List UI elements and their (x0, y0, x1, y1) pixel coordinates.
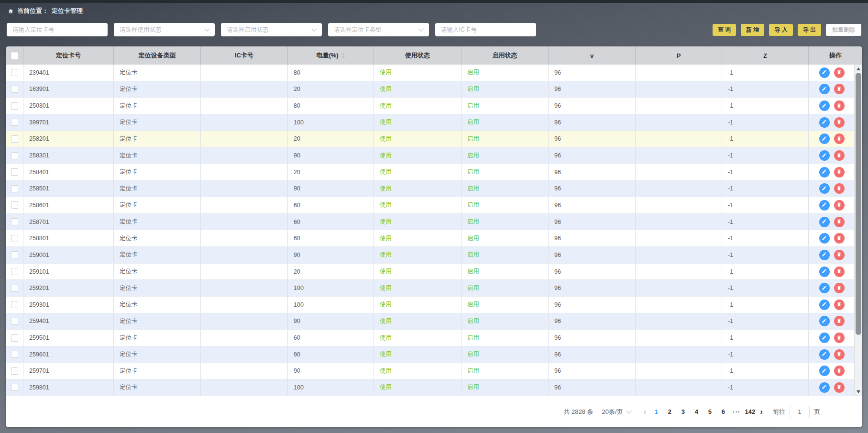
row-checkbox[interactable] (11, 351, 18, 358)
edit-button[interactable] (819, 84, 830, 94)
sort-asc-icon[interactable] (341, 53, 345, 55)
edit-button[interactable] (819, 300, 830, 310)
enable-status-select[interactable]: 请选择启用状态 (221, 23, 322, 36)
card-no-input[interactable] (7, 23, 108, 36)
delete-button[interactable] (834, 233, 845, 244)
row-checkbox[interactable] (11, 268, 18, 275)
row-checkbox[interactable] (11, 367, 18, 375)
card-type-select[interactable]: 请选择定位卡类型 (328, 23, 429, 36)
edit-button[interactable] (819, 167, 830, 178)
edit-button[interactable] (819, 150, 830, 161)
delete-button[interactable] (834, 133, 845, 144)
next-page-button[interactable]: › (760, 408, 763, 416)
table-row: 258801 定位卡 60 使用 启用 96 -1 (6, 230, 862, 247)
cell-ic-card (201, 180, 288, 197)
row-checkbox[interactable] (11, 201, 18, 209)
delete-button[interactable] (834, 366, 845, 376)
row-checkbox[interactable] (11, 69, 18, 76)
page-button-1[interactable]: 1 (650, 408, 662, 415)
edit-button[interactable] (819, 100, 830, 111)
row-checkbox[interactable] (11, 218, 18, 225)
edit-button[interactable] (819, 316, 830, 326)
page-button-3[interactable]: 3 (677, 408, 689, 415)
sort-desc-icon[interactable] (341, 56, 345, 58)
page-button-2[interactable]: 2 (664, 408, 675, 415)
edit-button[interactable] (819, 382, 830, 393)
cell-v: 96 (549, 131, 636, 147)
use-status-select[interactable]: 请选择使用状态 (114, 23, 215, 36)
edit-button[interactable] (819, 67, 830, 78)
edit-button[interactable] (819, 233, 830, 244)
page-button-6[interactable]: 6 (717, 408, 729, 415)
row-checkbox[interactable] (11, 86, 18, 93)
delete-button[interactable] (834, 217, 845, 227)
import-button[interactable]: 导 入 (769, 24, 792, 36)
edit-button[interactable] (819, 266, 830, 277)
page-ellipsis[interactable]: ··· (731, 408, 742, 415)
select-all-checkbox[interactable] (11, 52, 18, 59)
page-size-select[interactable]: 20条/页 (602, 408, 631, 416)
edit-button[interactable] (819, 333, 830, 343)
row-checkbox[interactable] (11, 334, 18, 342)
edit-button[interactable] (819, 250, 830, 260)
delete-button[interactable] (834, 150, 845, 161)
delete-button[interactable] (834, 200, 845, 211)
edit-button[interactable] (819, 366, 830, 376)
page-button-5[interactable]: 5 (704, 408, 715, 415)
delete-button[interactable] (834, 266, 845, 277)
edit-button[interactable] (819, 217, 830, 227)
cell-p (636, 280, 722, 296)
delete-button[interactable] (834, 300, 845, 310)
pencil-icon (822, 351, 827, 358)
delete-button[interactable] (834, 316, 845, 326)
delete-button[interactable] (834, 117, 845, 128)
cell-enable-status: 启用 (461, 313, 549, 330)
page-jump-input[interactable] (790, 406, 810, 418)
delete-button[interactable] (834, 84, 845, 94)
edit-button[interactable] (819, 183, 830, 194)
row-checkbox[interactable] (11, 384, 18, 391)
edit-button[interactable] (819, 133, 830, 144)
row-checkbox[interactable] (11, 135, 18, 143)
batch-delete-button[interactable]: 批量删除 (826, 24, 861, 36)
delete-button[interactable] (834, 67, 845, 78)
cell-z: -1 (722, 297, 809, 313)
row-checkbox[interactable] (11, 119, 18, 126)
cell-card-no: 259201 (23, 280, 114, 296)
row-checkbox[interactable] (11, 285, 18, 292)
delete-button[interactable] (834, 349, 845, 360)
delete-button[interactable] (834, 183, 845, 194)
row-checkbox[interactable] (11, 102, 18, 110)
delete-button[interactable] (834, 167, 845, 178)
row-checkbox[interactable] (11, 318, 18, 325)
row-checkbox[interactable] (11, 235, 18, 242)
table-row: 259301 定位卡 100 使用 启用 96 -1 (6, 297, 862, 313)
edit-button[interactable] (819, 349, 830, 360)
row-checkbox[interactable] (11, 152, 18, 159)
scrollbar-thumb[interactable] (856, 73, 861, 335)
row-checkbox[interactable] (11, 251, 18, 258)
delete-button[interactable] (834, 283, 845, 293)
scroll-up-icon[interactable] (857, 67, 860, 70)
page-button-4[interactable]: 4 (691, 408, 702, 415)
prev-page-button[interactable]: ‹ (644, 408, 647, 416)
cell-enable-status: 启用 (461, 65, 549, 81)
scroll-down-icon[interactable] (857, 390, 860, 393)
export-button[interactable]: 导 出 (798, 24, 821, 36)
vertical-scrollbar[interactable] (854, 65, 862, 396)
page-button-142[interactable]: 142 (744, 408, 756, 415)
edit-button[interactable] (819, 117, 830, 128)
delete-button[interactable] (834, 382, 845, 393)
query-button[interactable]: 查 询 (713, 24, 736, 36)
row-checkbox[interactable] (11, 185, 18, 192)
row-checkbox[interactable] (11, 168, 18, 176)
edit-button[interactable] (819, 200, 830, 211)
delete-button[interactable] (834, 100, 845, 111)
add-button[interactable]: 新 增 (741, 24, 764, 36)
ic-card-input[interactable] (435, 23, 536, 36)
sort-carets-icon[interactable] (341, 53, 345, 58)
delete-button[interactable] (834, 333, 845, 343)
delete-button[interactable] (834, 250, 845, 260)
edit-button[interactable] (819, 283, 830, 293)
row-checkbox[interactable] (11, 301, 18, 308)
